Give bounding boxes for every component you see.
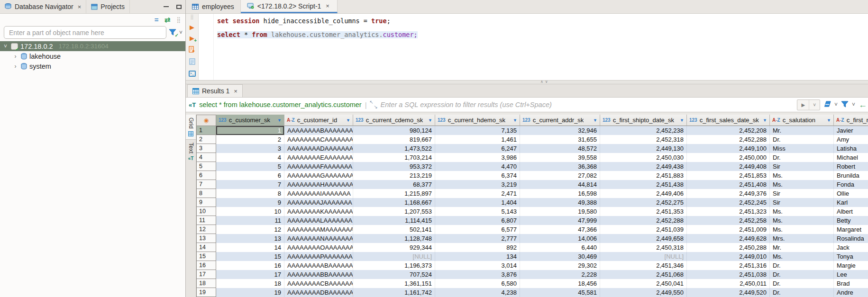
cell-c_current_addr_sk[interactable]: 14,006	[520, 234, 600, 243]
cell-c_current_cdemo_sk[interactable]: 929,344	[353, 243, 435, 252]
cell-c_first_shipto_date_sk[interactable]: 2,451,353	[600, 207, 687, 216]
tab-results-1[interactable]: Results 1 ×	[187, 84, 243, 97]
expander-icon[interactable]: ›	[12, 63, 18, 70]
cell-c_current_hdemo_sk[interactable]: 2,777	[435, 234, 520, 243]
link-with-editor-icon[interactable]: ⇄	[164, 16, 171, 24]
execute-new-tab-icon[interactable]: ▶	[190, 35, 194, 41]
cell-c_current_cdemo_sk[interactable]: 707,524	[353, 270, 435, 279]
cell-c_current_cdemo_sk[interactable]: 1,161,742	[353, 288, 435, 297]
cell-c_customer_id[interactable]: AAAAAAAAIAAAAAAA	[284, 189, 353, 198]
terminal-icon[interactable]: >_	[189, 71, 196, 77]
cell-c_current_cdemo_sk[interactable]: 1,215,897	[353, 189, 435, 198]
funnel-dropdown-icon[interactable]: ˅	[852, 101, 855, 108]
cell-c_first_shipto_date_sk[interactable]: 2,449,658	[600, 234, 687, 243]
cell-c_first_na[interactable]: Brad	[834, 279, 868, 288]
cell-c_first_shipto_date_sk[interactable]: 2,452,275	[600, 198, 687, 207]
cell-c_current_addr_sk[interactable]: 45,581	[520, 288, 600, 297]
cell-c_customer_sk[interactable]: 8	[216, 189, 284, 198]
close-icon[interactable]: ×	[326, 3, 329, 9]
cell-c_first_shipto_date_sk[interactable]: 2,452,238	[600, 126, 687, 135]
filter-history-dropdown-icon[interactable]: ˅	[809, 100, 820, 110]
cell-c_first_na[interactable]: Lee	[834, 270, 868, 279]
cell-c_first_sales_date_sk[interactable]: 2,451,316	[687, 261, 770, 270]
cell-c_first_sales_date_sk[interactable]: 2,449,628	[687, 234, 770, 243]
cell-c_customer_id[interactable]: AAAAAAAAGAAAAAAA	[284, 171, 353, 180]
cell-c_first_shipto_date_sk[interactable]: 2,450,030	[600, 153, 687, 162]
filter-expression-input[interactable]: Enter a SQL expression to filter results…	[381, 101, 794, 108]
cell-c_customer_sk[interactable]: 7	[216, 180, 284, 189]
cell-c_customer_id[interactable]: AAAAAAAAEAAAAAAA	[284, 153, 353, 162]
cell-c_current_addr_sk[interactable]: 47,999	[520, 216, 600, 225]
cell-c_current_addr_sk[interactable]: 19,580	[520, 207, 600, 216]
execute-script-icon[interactable]	[189, 46, 195, 54]
cell-c_first_shipto_date_sk[interactable]: 2,450,041	[600, 279, 687, 288]
row-number[interactable]: 18	[196, 279, 216, 288]
cell-c_current_addr_sk[interactable]: 6,440	[520, 243, 600, 252]
column-header-c_customer_id[interactable]: A-Zc_customer_id▼	[284, 115, 353, 126]
cell-c_first_na[interactable]: Brunilda	[834, 171, 868, 180]
cell-c_current_cdemo_sk[interactable]: 213,219	[353, 171, 435, 180]
row-number[interactable]: 7	[196, 180, 216, 189]
minimize-icon[interactable]	[164, 6, 169, 7]
cell-c_customer_sk[interactable]: 3	[216, 144, 284, 153]
sort-dropdown-icon[interactable]: ▼	[827, 118, 831, 123]
cell-c_first_sales_date_sk[interactable]: 2,449,376	[687, 189, 770, 198]
cell-c_first_sales_date_sk[interactable]: 2,451,009	[687, 225, 770, 234]
cell-c_current_cdemo_sk[interactable]: 953,372	[353, 162, 435, 171]
column-header-c_customer_sk[interactable]: 123c_customer_sk▼	[216, 115, 284, 126]
cell-c_current_addr_sk[interactable]: 36,368	[520, 162, 600, 171]
cell-c_first_na[interactable]: Jack	[834, 243, 868, 252]
cell-c_current_hdemo_sk[interactable]: 3,014	[435, 261, 520, 270]
cell-c_salutation[interactable]: Ms.	[770, 225, 834, 234]
splitter-handle[interactable]: ∧∨	[540, 80, 548, 84]
cell-c_customer_sk[interactable]: 4	[216, 153, 284, 162]
side-tab-grid[interactable]: Grid	[186, 115, 196, 140]
cell-c_customer_id[interactable]: AAAAAAAADAAAAAAA	[284, 144, 353, 153]
cell-c_current_hdemo_sk[interactable]: 2,471	[435, 189, 520, 198]
cell-c_salutation[interactable]: Sir	[770, 189, 834, 198]
cell-c_customer_sk[interactable]: 19	[216, 288, 284, 297]
cell-c_current_addr_sk[interactable]: 49,388	[520, 198, 600, 207]
cell-c_first_shipto_date_sk[interactable]: 2,449,130	[600, 144, 687, 153]
cell-c_customer_id[interactable]: AAAAAAAAHAAAAAAA	[284, 180, 353, 189]
cell-c_current_hdemo_sk[interactable]: 1,404	[435, 198, 520, 207]
row-number[interactable]: 2	[196, 135, 216, 144]
tab-script-1[interactable]: <172.18.0.2> Script-1 ×	[241, 0, 338, 13]
cell-c_current_hdemo_sk[interactable]: 6,580	[435, 279, 520, 288]
tree-item-system[interactable]: ›system	[0, 61, 185, 71]
sort-dropdown-icon[interactable]: ▼	[763, 118, 767, 123]
cell-c_customer_sk[interactable]: 12	[216, 225, 284, 234]
cell-c_first_na[interactable]: Javier	[834, 126, 868, 135]
toolbar-grip-icon[interactable]: ⣿	[176, 17, 181, 23]
cell-c_salutation[interactable]: Ms.	[770, 207, 834, 216]
cell-c_current_addr_sk[interactable]: 29,302	[520, 261, 600, 270]
cell-c_first_na[interactable]: Margie	[834, 261, 868, 270]
cell-c_current_cdemo_sk[interactable]: 1,196,373	[353, 261, 435, 270]
cell-c_current_hdemo_sk[interactable]: 6,807	[435, 216, 520, 225]
cell-c_current_hdemo_sk[interactable]: 7,135	[435, 126, 520, 135]
cell-c_first_sales_date_sk[interactable]: 2,452,288	[687, 135, 770, 144]
sort-dropdown-icon[interactable]: ▼	[428, 118, 432, 123]
cell-c_first_shipto_date_sk[interactable]: 2,451,438	[600, 180, 687, 189]
cell-c_first_sales_date_sk[interactable]: 2,450,288	[687, 243, 770, 252]
cell-c_customer_id[interactable]: AAAAAAAAMAAAAAAA	[284, 225, 353, 234]
explain-plan-icon[interactable]	[189, 58, 195, 66]
row-number[interactable]: 6	[196, 171, 216, 180]
row-number[interactable]: 12	[196, 225, 216, 234]
cell-c_current_cdemo_sk[interactable]: 1,128,748	[353, 234, 435, 243]
close-icon[interactable]: ×	[234, 88, 238, 94]
row-number[interactable]: 10	[196, 207, 216, 216]
cell-c_current_addr_sk[interactable]: 31,655	[520, 135, 600, 144]
cell-c_first_na[interactable]: Michael	[834, 153, 868, 162]
cell-c_first_shipto_date_sk[interactable]: 2,452,288	[600, 216, 687, 225]
cell-c_current_cdemo_sk[interactable]: 1,361,151	[353, 279, 435, 288]
select-all-corner[interactable]: ◉	[196, 115, 216, 126]
row-number[interactable]: 17	[196, 270, 216, 279]
cell-c_customer_sk[interactable]: 9	[216, 198, 284, 207]
column-header-c_first_shipto_date_sk[interactable]: 123c_first_shipto_date_sk▼	[600, 115, 687, 126]
cell-c_current_cdemo_sk[interactable]: 1,114,415	[353, 216, 435, 225]
cell-c_customer_sk[interactable]: 5	[216, 162, 284, 171]
tab-projects[interactable]: Projects	[86, 0, 130, 13]
cell-c_current_hdemo_sk[interactable]: 134	[435, 252, 520, 261]
column-header-c_salutation[interactable]: A-Zc_salutation▼	[770, 115, 834, 126]
